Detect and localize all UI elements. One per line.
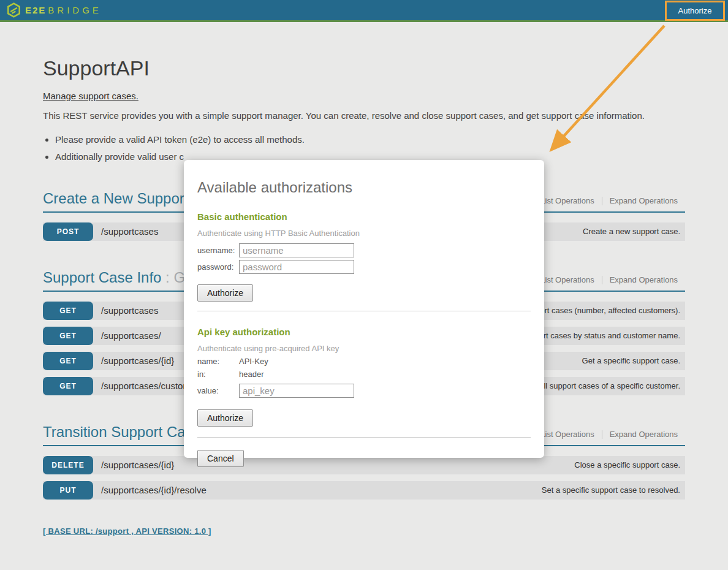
endpoint-description: upport cases (number, affected customers…: [527, 302, 681, 320]
brand-text-light: BRIDGE: [48, 5, 102, 15]
page-title: SupportAPI: [43, 22, 685, 80]
endpoint-description: Get a specific support case.: [582, 352, 680, 370]
http-method-badge[interactable]: GET: [43, 352, 93, 370]
manage-support-cases-link[interactable]: Manage support cases.: [43, 91, 138, 101]
swagger-ui-page: E2E BRIDGE Authorize SupportAPI Manage s…: [0, 0, 728, 570]
section-title-text: Support Case Info: [43, 269, 161, 286]
brand-logo[interactable]: E2E BRIDGE: [0, 2, 102, 18]
available-authorizations-modal: Available authorizations Basic authentic…: [184, 160, 544, 458]
endpoint-description: Set a specific support case to resolved.: [542, 481, 680, 500]
expand-operations-link[interactable]: Expand Operations: [602, 276, 685, 284]
modal-divider: [197, 311, 531, 311]
http-method-badge[interactable]: GET: [43, 327, 93, 345]
e2e-bridge-hexagon-icon: [7, 2, 21, 18]
section-ops-links: List Operations Expand Operations: [533, 197, 685, 205]
api-notes-list: Please provide a valid API token (e2e) t…: [43, 134, 685, 162]
apikey-name-row: name: API-Key: [197, 357, 531, 366]
password-row: password:: [197, 260, 531, 274]
endpoint-description: upport cases by status and customer name…: [526, 327, 680, 345]
endpoint-row[interactable]: PUT /supportcases/{id}/resolve Set a spe…: [43, 481, 685, 500]
header-bar: E2E BRIDGE Authorize: [0, 0, 728, 22]
section-title: Support Case Info : Ge: [43, 269, 193, 286]
endpoint-description: Create a new support case.: [583, 222, 680, 241]
username-label: username:: [197, 246, 239, 255]
brand-text-bold: E2E: [25, 5, 46, 15]
http-method-badge[interactable]: PUT: [43, 481, 93, 500]
http-method-badge[interactable]: GET: [43, 302, 93, 320]
basic-auth-hint: Authenticate using HTTP Basic Authentica…: [197, 229, 531, 238]
section-title: Transition Support Ca: [43, 424, 186, 441]
base-url-link[interactable]: [ BASE URL: /support , API VERSION: 1.0 …: [43, 526, 211, 536]
section-title-text: Create a New Support: [43, 190, 188, 207]
apikey-in-label: in:: [197, 370, 239, 379]
apikey-name-label: name:: [197, 357, 239, 366]
apikey-auth-hint: Authenticate using pre-acquired API key: [197, 344, 531, 353]
endpoint-description: Get all support cases of a specific cust…: [525, 377, 680, 395]
username-input[interactable]: [239, 243, 354, 257]
expand-operations-link[interactable]: Expand Operations: [602, 197, 685, 205]
section-title-text: Transition Support Ca: [43, 424, 186, 440]
section-title: Create a New Support: [43, 190, 188, 207]
modal-divider: [197, 437, 531, 438]
api-description: This REST service provides you with a si…: [43, 110, 685, 121]
section-ops-links: List Operations Expand Operations: [533, 276, 685, 284]
http-method-badge[interactable]: POST: [43, 222, 93, 241]
api-note: Please provide a valid API token (e2e) t…: [55, 134, 685, 145]
http-method-badge[interactable]: DELETE: [43, 456, 93, 474]
apikey-value-row: value:: [197, 384, 531, 398]
apikey-authorize-button[interactable]: Authorize: [197, 409, 253, 427]
basic-auth-heading: Basic authentication: [197, 211, 531, 222]
basic-authorize-button[interactable]: Authorize: [197, 284, 253, 302]
apikey-in-row: in: header: [197, 370, 531, 379]
modal-title: Available authorizations: [197, 179, 531, 196]
password-input[interactable]: [239, 260, 354, 274]
http-method-badge[interactable]: GET: [43, 377, 93, 395]
cancel-button[interactable]: Cancel: [197, 450, 244, 467]
password-label: password:: [197, 262, 239, 272]
username-row: username:: [197, 243, 531, 257]
header-authorize-button[interactable]: Authorize: [678, 6, 712, 15]
endpoint-description: Close a specific support case.: [574, 456, 680, 474]
expand-operations-link[interactable]: Expand Operations: [602, 430, 685, 439]
apikey-value-input[interactable]: [239, 384, 354, 398]
section-ops-links: List Operations Expand Operations: [533, 430, 685, 439]
apikey-name-value: API-Key: [239, 357, 268, 366]
apikey-in-value: header: [239, 370, 264, 379]
authorize-highlight-annotation: Authorize: [665, 1, 725, 21]
apikey-value-label: value:: [197, 386, 239, 395]
apikey-auth-heading: Api key authorization: [197, 327, 531, 337]
